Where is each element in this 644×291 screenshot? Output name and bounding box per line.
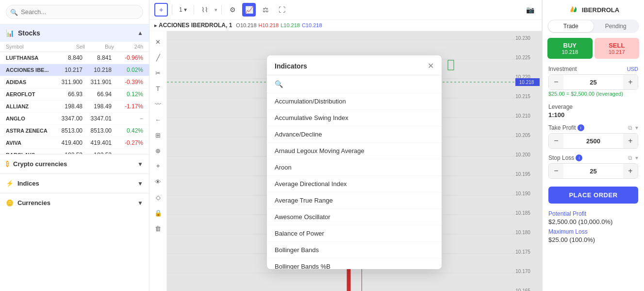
- take-profit-stepper: − 2500 +: [548, 133, 638, 149]
- stock-sell: 8.840: [53, 54, 83, 61]
- chart-expand-icon: ▸: [154, 23, 157, 28]
- fullscreen-button[interactable]: ⛶: [275, 3, 289, 17]
- text-button[interactable]: T: [151, 82, 165, 95]
- separator-2: [194, 5, 194, 15]
- stock-row[interactable]: ANGLO 3347.00 3347.01 –: [0, 113, 149, 125]
- ohlc-open: O10.218: [236, 22, 256, 28]
- shape-button[interactable]: ◇: [151, 190, 165, 204]
- take-profit-increase-button[interactable]: +: [623, 134, 638, 148]
- stop-loss-increase-button[interactable]: +: [623, 164, 638, 178]
- take-profit-decrease-button[interactable]: −: [549, 134, 563, 148]
- stock-symbol: AVIVA: [6, 140, 53, 146]
- indicators-button[interactable]: 📈: [242, 3, 256, 17]
- crypto-section[interactable]: ₿ Crypto currencies ▼: [0, 154, 149, 173]
- stocks-icon: 📊: [6, 29, 14, 37]
- take-profit-remove-icon[interactable]: ▾: [635, 124, 638, 131]
- investment-increase-button[interactable]: +: [623, 75, 638, 89]
- indicator-item[interactable]: Average True Range: [267, 192, 442, 209]
- currencies-label: Currencies: [17, 199, 50, 206]
- stop-loss-remove-icon[interactable]: ▾: [635, 154, 638, 161]
- indicator-item[interactable]: Bollinger Bands %B: [267, 258, 442, 269]
- tab-trade[interactable]: Trade: [548, 20, 594, 32]
- tab-pending[interactable]: Pending: [594, 20, 639, 32]
- indices-icon: ⚡: [6, 180, 14, 187]
- take-profit-info-icon[interactable]: i: [578, 124, 584, 131]
- indicator-item[interactable]: Advance/Decline: [267, 126, 442, 143]
- sell-button[interactable]: SELL 10.217: [594, 38, 640, 59]
- investment-decrease-button[interactable]: −: [549, 75, 563, 89]
- stock-sell: 3347.00: [53, 115, 83, 122]
- stop-loss-copy-icon[interactable]: ⧉: [628, 154, 632, 161]
- stock-change: 0.12%: [112, 91, 143, 98]
- indicator-item[interactable]: Accumulation/Distribution: [267, 93, 442, 110]
- chart-type-button[interactable]: ⌇⌇: [198, 3, 212, 17]
- col-symbol: Symbol: [6, 44, 56, 50]
- stocks-section-header[interactable]: 📊 Stocks ▲: [0, 24, 149, 42]
- delete-button[interactable]: 🗑: [151, 222, 165, 235]
- stock-row[interactable]: ASTRA ZENECA 8513.00 8513.00 0.42%: [0, 125, 149, 137]
- draw-line-button[interactable]: ╱: [151, 51, 165, 64]
- stock-row[interactable]: AVIVA 419.400 419.401 -0.27%: [0, 137, 149, 149]
- chevron-down-currencies-icon: ▼: [137, 200, 143, 206]
- place-order-button[interactable]: PLACE ORDER: [548, 187, 638, 204]
- potential-section: Potential Profit $2,500.00 (10,000.0%) M…: [543, 208, 644, 245]
- leveraged-text: $25.00 = $2,500.00 (leveraged): [548, 91, 638, 97]
- investment-stepper: − 25 +: [548, 74, 638, 90]
- stock-buy: 311.901: [83, 79, 112, 86]
- buy-sell-row: BUY 10.218 SELL 10.217: [547, 38, 639, 59]
- eye-button[interactable]: 👁: [151, 175, 165, 188]
- stock-row[interactable]: AEROFLOT 66.93 66.94 0.12%: [0, 88, 149, 101]
- ohlc-low: L10.218: [281, 22, 300, 28]
- vertical-toolbar: ✕ ╱ ✂ T 〰 ← ⊞ ⊕ ⌖ 👁 ◇ 🔒 🗑: [149, 31, 167, 291]
- modal-search-input[interactable]: [287, 81, 434, 88]
- stock-row[interactable]: ADIDAS 311.900 311.901 -0.39%: [0, 76, 149, 88]
- stock-row[interactable]: ALLIANZ 198.48 198.49 -1.17%: [0, 101, 149, 113]
- stock-row[interactable]: LUFTHANSA 8.840 8.841 -0.96%: [0, 52, 149, 64]
- timeframe-button[interactable]: 1 ▾: [176, 3, 190, 17]
- indicator-item[interactable]: Balance of Power: [267, 225, 442, 242]
- chart-symbol-name: ▸ ACCIONES IBERDROLA, 1: [154, 22, 232, 29]
- chart-info-bar: ▸ ACCIONES IBERDROLA, 1 O10.218 H10.218 …: [149, 20, 542, 31]
- zoom-button[interactable]: ⊕: [151, 144, 165, 157]
- modal-close-button[interactable]: ✕: [428, 62, 434, 70]
- indices-section[interactable]: ⚡ Indices ▼: [0, 173, 149, 193]
- settings-button[interactable]: ⚙: [226, 3, 239, 17]
- stop-loss-decrease-button[interactable]: −: [549, 164, 563, 178]
- stock-buy: 10.218: [83, 67, 112, 73]
- indicators-list: Accumulation/DistributionAccumulative Sw…: [267, 93, 442, 269]
- buy-button[interactable]: BUY 10.218: [547, 38, 593, 59]
- brand-header: IBERDROLA: [543, 0, 644, 17]
- pattern-button[interactable]: 〰: [151, 97, 165, 111]
- indicator-item[interactable]: Arnaud Legoux Moving Average: [267, 143, 442, 159]
- magnet-button[interactable]: ⌖: [151, 159, 165, 173]
- stock-buy: 419.401: [83, 139, 112, 146]
- take-profit-copy-icon[interactable]: ⧉: [628, 124, 632, 131]
- arrow-button[interactable]: ←: [151, 113, 165, 126]
- leverage-value: 1:100: [548, 111, 638, 119]
- crosshair-button[interactable]: ✕: [151, 35, 165, 49]
- draw-tool-button[interactable]: ✂: [151, 66, 165, 80]
- indicator-item[interactable]: Accumulative Swing Index: [267, 110, 442, 126]
- indicator-item[interactable]: Aroon: [267, 159, 442, 176]
- stocks-label: Stocks: [18, 29, 40, 37]
- stop-loss-label: Stop Loss: [548, 154, 574, 161]
- measure-button[interactable]: ⊞: [151, 128, 165, 142]
- leverage-label: Leverage: [548, 103, 638, 110]
- stock-buy: 66.94: [83, 91, 112, 98]
- col-buy: Buy: [85, 44, 114, 50]
- balance-button[interactable]: ⚖: [259, 3, 272, 17]
- lock-button[interactable]: 🔒: [151, 206, 165, 220]
- stock-row[interactable]: ACCIONES IBE... 10.217 10.218 0.02%: [0, 64, 149, 76]
- camera-button[interactable]: 📷: [523, 3, 537, 17]
- stock-row[interactable]: BARCLAYS 182.52 182.52 –: [0, 149, 149, 154]
- indicator-item[interactable]: Bollinger Bands: [267, 242, 442, 258]
- chart-body: ✕ ╱ ✂ T 〰 ← ⊞ ⊕ ⌖ 👁 ◇ 🔒 🗑 10.230 10.225 …: [149, 31, 542, 291]
- brand-name: IBERDROLA: [582, 6, 619, 14]
- ohlc-high: H10.218: [259, 22, 279, 28]
- indicator-item[interactable]: Average Directional Index: [267, 176, 442, 192]
- indicator-item[interactable]: Awesome Oscillator: [267, 209, 442, 225]
- search-input[interactable]: [6, 5, 143, 19]
- currencies-section[interactable]: 🪙 Currencies ▼: [0, 193, 149, 212]
- stop-loss-info-icon[interactable]: i: [576, 154, 582, 161]
- add-button[interactable]: +: [154, 3, 168, 17]
